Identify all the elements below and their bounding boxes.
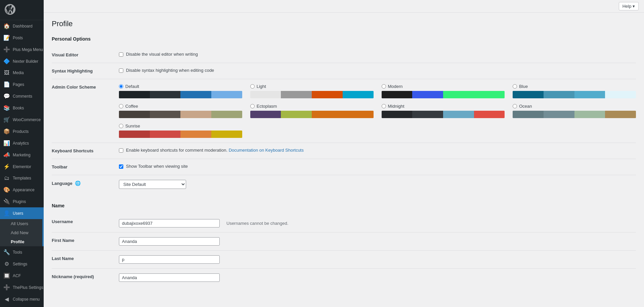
sidebar-item-label: Elementor: [13, 164, 31, 169]
sidebar-item-theplus-settings[interactable]: ➕ThePlus Settings: [0, 282, 44, 293]
nickname-input[interactable]: [119, 273, 220, 282]
media-icon: 🖼: [3, 70, 10, 76]
color-swatch-default: [119, 91, 242, 98]
sidebar-item-collapse[interactable]: ◀Collapse menu: [0, 293, 44, 305]
sidebar-item-nexter-builder[interactable]: 🔷Nexter Builder: [0, 55, 44, 67]
sidebar-item-products[interactable]: 📦Products: [0, 125, 44, 137]
color-scheme-ocean[interactable]: Ocean: [513, 104, 636, 118]
sidebar-item-analytics[interactable]: 📊Analytics: [0, 137, 44, 149]
sidebar-nav: 🏠Dashboard📝Posts➕Plus Mega Menu🔷Nexter B…: [0, 20, 44, 305]
sidebar-item-comments[interactable]: 💬Comments: [0, 90, 44, 102]
sidebar-item-templates[interactable]: 🗂Templates: [0, 172, 44, 184]
color-scheme-ectoplasm[interactable]: Ectoplasm: [250, 104, 374, 118]
sidebar-item-posts[interactable]: 📝Posts: [0, 32, 44, 44]
color-swatch-midnight: [382, 111, 505, 118]
sidebar-subitem-add-new[interactable]: Add New: [0, 228, 44, 237]
username-row: Username Usernames cannot be changed.: [52, 214, 636, 233]
color-scheme-radio-coffee[interactable]: [119, 104, 123, 108]
last-name-input[interactable]: [119, 255, 220, 264]
toolbar-row: Toolbar Show Toolbar when viewing site: [52, 159, 636, 175]
tools-icon: 🔧: [3, 249, 10, 255]
syntax-highlighting-checkbox[interactable]: [119, 68, 123, 73]
color-scheme-radio-ocean[interactable]: [513, 104, 517, 108]
sidebar-item-label: ThePlus Settings: [13, 285, 43, 290]
sidebar-item-woocommerce[interactable]: 🛒WooCommerce: [0, 114, 44, 125]
color-scheme-radio-blue[interactable]: [513, 84, 517, 89]
page-title: Profile: [52, 19, 636, 28]
nexter-builder-icon: 🔷: [3, 58, 10, 64]
sidebar-item-label: Plus Mega Menu: [13, 47, 43, 52]
appearance-icon: 🎨: [3, 187, 10, 193]
syntax-highlighting-checkbox-label[interactable]: Disable syntax highlighting when editing…: [126, 68, 214, 73]
sidebar-item-label: Dashboard: [13, 24, 33, 29]
sidebar-item-settings[interactable]: ⚙Settings: [0, 258, 44, 270]
keyboard-shortcuts-doc-link[interactable]: Documentation on Keyboard Shortcuts: [229, 148, 304, 153]
content-area: Profile Personal Options Visual Editor D…: [44, 13, 644, 307]
color-scheme-label-default: Default: [119, 84, 242, 89]
toolbar-checkbox-label[interactable]: Show Toolbar when viewing site: [126, 164, 188, 169]
visual-editor-checkbox-label[interactable]: Disable the visual editor when writing: [126, 52, 198, 57]
first-name-input[interactable]: [119, 237, 220, 246]
color-scheme-radio-modern[interactable]: [382, 84, 386, 89]
color-scheme-modern[interactable]: Modern: [382, 84, 505, 98]
main-content: Help ▾ Profile Personal Options Visual E…: [44, 0, 644, 307]
sidebar-item-label: Marketing: [13, 153, 31, 157]
color-scheme-default[interactable]: Default: [119, 84, 242, 98]
sidebar-item-tools[interactable]: 🔧Tools: [0, 246, 44, 258]
color-scheme-sunrise[interactable]: Sunrise: [119, 123, 242, 138]
color-scheme-label-ectoplasm: Ectoplasm: [250, 104, 374, 109]
settings-icon: ⚙: [3, 261, 10, 267]
first-name-row: First Name: [52, 233, 636, 251]
visual-editor-row: Visual Editor Disable the visual editor …: [52, 47, 636, 63]
dashboard-icon: 🏠: [3, 23, 10, 29]
personal-options-heading: Personal Options: [52, 34, 636, 42]
color-scheme-radio-ectoplasm[interactable]: [250, 104, 255, 108]
sidebar-subitem-profile[interactable]: Profile: [0, 237, 44, 246]
username-note: Usernames cannot be changed.: [226, 221, 288, 226]
sidebar-item-appearance[interactable]: 🎨Appearance: [0, 184, 44, 196]
color-scheme-radio-midnight[interactable]: [382, 104, 386, 108]
color-scheme-radio-sunrise[interactable]: [119, 124, 123, 128]
help-button[interactable]: Help ▾: [619, 2, 639, 10]
sidebar-subitem-all-users[interactable]: All Users: [0, 219, 44, 228]
sidebar-item-label: Tools: [13, 250, 22, 255]
sidebar-item-plugins[interactable]: 🔌Plugins: [0, 196, 44, 207]
sidebar-item-plus-mega-menu[interactable]: ➕Plus Mega Menu: [0, 44, 44, 55]
first-name-label: First Name: [52, 233, 119, 251]
color-scheme-radio-light[interactable]: [250, 84, 255, 89]
visual-editor-label: Visual Editor: [52, 47, 119, 63]
users-icon: 👤: [3, 210, 10, 216]
plugins-icon: 🔌: [3, 198, 10, 205]
color-swatch-coffee: [119, 111, 242, 118]
color-scheme-coffee[interactable]: Coffee: [119, 104, 242, 118]
sidebar-item-media[interactable]: 🖼Media: [0, 67, 44, 79]
sidebar-item-elementor[interactable]: ⚡Elementor: [0, 161, 44, 172]
language-select[interactable]: Site Default: [119, 180, 186, 189]
color-swatch-ectoplasm: [250, 111, 374, 118]
keyboard-shortcuts-label: Keyboard Shortcuts: [52, 143, 119, 159]
color-scheme-blue[interactable]: Blue: [513, 84, 636, 98]
sidebar-item-label: Nexter Builder: [13, 59, 38, 64]
color-scheme-light[interactable]: Light: [250, 84, 374, 98]
toolbar-checkbox[interactable]: [119, 164, 123, 169]
color-scheme-label: Admin Color Scheme: [52, 79, 119, 143]
color-scheme-midnight[interactable]: Midnight: [382, 104, 505, 118]
keyboard-shortcuts-row: Keyboard Shortcuts Enable keyboard short…: [52, 143, 636, 159]
visual-editor-checkbox-row: Disable the visual editor when writing: [119, 52, 636, 57]
sidebar-item-marketing[interactable]: 📣Marketing: [0, 149, 44, 161]
sidebar-item-acf[interactable]: 🔲ACF: [0, 270, 44, 282]
nickname-row: Nickname (required): [52, 269, 636, 287]
sidebar-item-users[interactable]: 👤Users: [0, 207, 44, 219]
color-scheme-label-midnight: Midnight: [382, 104, 505, 109]
color-scheme-label-ocean: Ocean: [513, 104, 636, 109]
acf-icon: 🔲: [3, 272, 10, 279]
color-swatch-blue: [513, 91, 636, 98]
color-scheme-radio-default[interactable]: [119, 84, 123, 89]
sidebar-item-dashboard[interactable]: 🏠Dashboard: [0, 20, 44, 32]
keyboard-shortcuts-checkbox[interactable]: [119, 148, 123, 153]
sidebar-item-books[interactable]: 📚Books: [0, 102, 44, 114]
sidebar-item-pages[interactable]: 📄Pages: [0, 79, 44, 90]
posts-icon: 📝: [3, 35, 10, 41]
visual-editor-checkbox[interactable]: [119, 52, 123, 57]
toolbar-label: Toolbar: [52, 159, 119, 175]
